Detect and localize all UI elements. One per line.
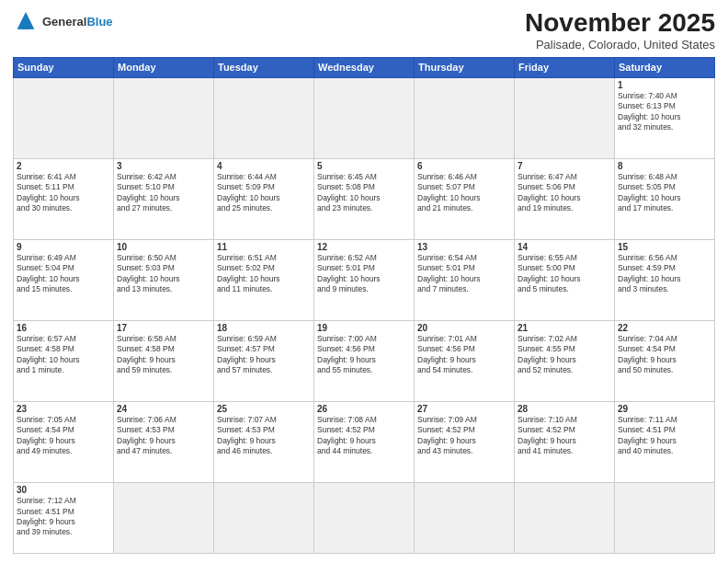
day-number: 14 bbox=[518, 242, 611, 252]
calendar-cell-0-3 bbox=[314, 77, 415, 158]
day-number: 13 bbox=[417, 242, 511, 252]
day-number: 23 bbox=[17, 404, 110, 414]
day-info: Sunrise: 7:07 AM Sunset: 4:53 PM Dayligh… bbox=[217, 415, 311, 457]
day-number: 25 bbox=[217, 404, 311, 414]
col-thursday: Thursday bbox=[415, 57, 515, 77]
logo-general: General bbox=[42, 15, 86, 29]
day-info: Sunrise: 6:49 AM Sunset: 5:04 PM Dayligh… bbox=[17, 253, 110, 295]
col-friday: Friday bbox=[515, 57, 615, 77]
calendar-cell-2-3: 12Sunrise: 6:52 AM Sunset: 5:01 PM Dayli… bbox=[314, 239, 415, 320]
day-number: 29 bbox=[618, 404, 711, 414]
calendar-table: Sunday Monday Tuesday Wednesday Thursday… bbox=[13, 57, 715, 554]
day-info: Sunrise: 6:45 AM Sunset: 5:08 PM Dayligh… bbox=[317, 172, 411, 214]
day-number: 6 bbox=[417, 161, 511, 171]
day-number: 24 bbox=[117, 404, 210, 414]
day-info: Sunrise: 7:04 AM Sunset: 4:54 PM Dayligh… bbox=[618, 334, 711, 376]
day-number: 22 bbox=[618, 323, 711, 333]
day-info: Sunrise: 6:42 AM Sunset: 5:10 PM Dayligh… bbox=[117, 172, 210, 214]
day-number: 8 bbox=[618, 161, 711, 171]
col-monday: Monday bbox=[114, 57, 214, 77]
calendar-week-3: 16Sunrise: 6:57 AM Sunset: 4:58 PM Dayli… bbox=[14, 320, 715, 401]
day-number: 20 bbox=[417, 323, 511, 333]
day-number: 27 bbox=[417, 404, 511, 414]
day-info: Sunrise: 7:11 AM Sunset: 4:51 PM Dayligh… bbox=[618, 415, 711, 457]
day-number: 5 bbox=[317, 161, 411, 171]
logo-blue: Blue bbox=[86, 15, 112, 29]
day-info: Sunrise: 6:41 AM Sunset: 5:11 PM Dayligh… bbox=[17, 172, 110, 214]
calendar-cell-3-4: 20Sunrise: 7:01 AM Sunset: 4:56 PM Dayli… bbox=[415, 320, 515, 401]
day-info: Sunrise: 7:12 AM Sunset: 4:51 PM Dayligh… bbox=[17, 496, 110, 538]
calendar-cell-0-2 bbox=[214, 77, 314, 158]
calendar-cell-5-3 bbox=[314, 483, 415, 554]
col-tuesday: Tuesday bbox=[214, 57, 314, 77]
calendar-cell-0-6: 1Sunrise: 7:40 AM Sunset: 6:13 PM Daylig… bbox=[615, 77, 715, 158]
calendar-cell-2-0: 9Sunrise: 6:49 AM Sunset: 5:04 PM Daylig… bbox=[14, 239, 114, 320]
day-number: 1 bbox=[618, 80, 711, 90]
day-info: Sunrise: 6:59 AM Sunset: 4:57 PM Dayligh… bbox=[217, 334, 311, 376]
day-info: Sunrise: 6:44 AM Sunset: 5:09 PM Dayligh… bbox=[217, 172, 311, 214]
day-number: 7 bbox=[518, 161, 611, 171]
day-info: Sunrise: 7:01 AM Sunset: 4:56 PM Dayligh… bbox=[417, 334, 511, 376]
day-info: Sunrise: 7:08 AM Sunset: 4:52 PM Dayligh… bbox=[317, 415, 411, 457]
day-info: Sunrise: 7:06 AM Sunset: 4:53 PM Dayligh… bbox=[117, 415, 210, 457]
calendar-week-5: 30Sunrise: 7:12 AM Sunset: 4:51 PM Dayli… bbox=[14, 483, 715, 554]
calendar-header-row: Sunday Monday Tuesday Wednesday Thursday… bbox=[14, 57, 715, 77]
calendar-cell-0-1 bbox=[114, 77, 214, 158]
calendar-cell-2-6: 15Sunrise: 6:56 AM Sunset: 4:59 PM Dayli… bbox=[615, 239, 715, 320]
day-number: 4 bbox=[217, 161, 311, 171]
calendar-week-4: 23Sunrise: 7:05 AM Sunset: 4:54 PM Dayli… bbox=[14, 401, 715, 482]
title-block: November 2025 Palisade, Colorado, United… bbox=[525, 9, 715, 52]
month-title: November 2025 bbox=[525, 9, 715, 38]
day-info: Sunrise: 6:48 AM Sunset: 5:05 PM Dayligh… bbox=[618, 172, 711, 214]
calendar-cell-2-1: 10Sunrise: 6:50 AM Sunset: 5:03 PM Dayli… bbox=[114, 239, 214, 320]
day-number: 17 bbox=[117, 323, 210, 333]
day-number: 18 bbox=[217, 323, 311, 333]
location: Palisade, Colorado, United States bbox=[525, 38, 715, 52]
calendar-week-0: 1Sunrise: 7:40 AM Sunset: 6:13 PM Daylig… bbox=[14, 77, 715, 158]
calendar-cell-1-2: 4Sunrise: 6:44 AM Sunset: 5:09 PM Daylig… bbox=[214, 158, 314, 239]
day-info: Sunrise: 6:50 AM Sunset: 5:03 PM Dayligh… bbox=[117, 253, 210, 295]
calendar-cell-4-5: 28Sunrise: 7:10 AM Sunset: 4:52 PM Dayli… bbox=[515, 401, 615, 482]
day-info: Sunrise: 6:56 AM Sunset: 4:59 PM Dayligh… bbox=[618, 253, 711, 295]
svg-rect-2 bbox=[23, 24, 28, 29]
calendar-cell-5-4 bbox=[415, 483, 515, 554]
day-info: Sunrise: 6:46 AM Sunset: 5:07 PM Dayligh… bbox=[417, 172, 511, 214]
day-info: Sunrise: 7:09 AM Sunset: 4:52 PM Dayligh… bbox=[417, 415, 511, 457]
calendar-week-1: 2Sunrise: 6:41 AM Sunset: 5:11 PM Daylig… bbox=[14, 158, 715, 239]
calendar-cell-1-3: 5Sunrise: 6:45 AM Sunset: 5:08 PM Daylig… bbox=[314, 158, 415, 239]
calendar-cell-5-0: 30Sunrise: 7:12 AM Sunset: 4:51 PM Dayli… bbox=[14, 483, 114, 554]
calendar-cell-4-0: 23Sunrise: 7:05 AM Sunset: 4:54 PM Dayli… bbox=[14, 401, 114, 482]
calendar-cell-5-1 bbox=[114, 483, 214, 554]
calendar-cell-1-5: 7Sunrise: 6:47 AM Sunset: 5:06 PM Daylig… bbox=[515, 158, 615, 239]
day-number: 12 bbox=[317, 242, 411, 252]
day-info: Sunrise: 6:58 AM Sunset: 4:58 PM Dayligh… bbox=[117, 334, 210, 376]
day-number: 26 bbox=[317, 404, 411, 414]
calendar-cell-2-5: 14Sunrise: 6:55 AM Sunset: 5:00 PM Dayli… bbox=[515, 239, 615, 320]
calendar-cell-4-2: 25Sunrise: 7:07 AM Sunset: 4:53 PM Dayli… bbox=[214, 401, 314, 482]
calendar-cell-2-2: 11Sunrise: 6:51 AM Sunset: 5:02 PM Dayli… bbox=[214, 239, 314, 320]
day-number: 21 bbox=[518, 323, 611, 333]
calendar-cell-5-6 bbox=[615, 483, 715, 554]
calendar-cell-4-4: 27Sunrise: 7:09 AM Sunset: 4:52 PM Dayli… bbox=[415, 401, 515, 482]
day-number: 30 bbox=[17, 485, 110, 495]
day-number: 3 bbox=[117, 161, 210, 171]
day-info: Sunrise: 7:05 AM Sunset: 4:54 PM Dayligh… bbox=[17, 415, 110, 457]
calendar-cell-3-3: 19Sunrise: 7:00 AM Sunset: 4:56 PM Dayli… bbox=[314, 320, 415, 401]
calendar-cell-3-1: 17Sunrise: 6:58 AM Sunset: 4:58 PM Dayli… bbox=[114, 320, 214, 401]
col-saturday: Saturday bbox=[615, 57, 715, 77]
col-wednesday: Wednesday bbox=[314, 57, 415, 77]
logo-icon bbox=[13, 9, 39, 35]
day-info: Sunrise: 6:51 AM Sunset: 5:02 PM Dayligh… bbox=[217, 253, 311, 295]
logo: GeneralBlue bbox=[13, 9, 113, 35]
calendar-cell-3-0: 16Sunrise: 6:57 AM Sunset: 4:58 PM Dayli… bbox=[14, 320, 114, 401]
day-number: 9 bbox=[17, 242, 110, 252]
day-number: 10 bbox=[117, 242, 210, 252]
calendar-week-2: 9Sunrise: 6:49 AM Sunset: 5:04 PM Daylig… bbox=[14, 239, 715, 320]
calendar-cell-4-6: 29Sunrise: 7:11 AM Sunset: 4:51 PM Dayli… bbox=[615, 401, 715, 482]
day-info: Sunrise: 7:40 AM Sunset: 6:13 PM Dayligh… bbox=[618, 91, 711, 133]
calendar-cell-1-6: 8Sunrise: 6:48 AM Sunset: 5:05 PM Daylig… bbox=[615, 158, 715, 239]
calendar-cell-0-0 bbox=[14, 77, 114, 158]
day-number: 11 bbox=[217, 242, 311, 252]
calendar-cell-5-5 bbox=[515, 483, 615, 554]
day-number: 2 bbox=[17, 161, 110, 171]
